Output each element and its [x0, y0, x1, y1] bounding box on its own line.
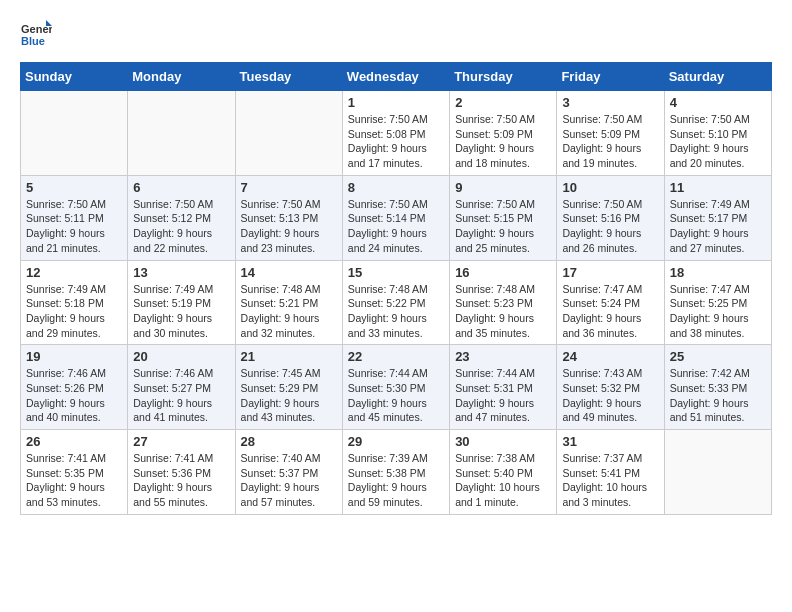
- calendar-cell: [235, 91, 342, 176]
- day-number: 19: [26, 349, 122, 364]
- calendar-cell: 18Sunrise: 7:47 AMSunset: 5:25 PMDayligh…: [664, 260, 771, 345]
- calendar-week-row: 1Sunrise: 7:50 AMSunset: 5:08 PMDaylight…: [21, 91, 772, 176]
- calendar-cell: 26Sunrise: 7:41 AMSunset: 5:35 PMDayligh…: [21, 430, 128, 515]
- weekday-header-thursday: Thursday: [450, 63, 557, 91]
- calendar-cell: 21Sunrise: 7:45 AMSunset: 5:29 PMDayligh…: [235, 345, 342, 430]
- day-info: Sunrise: 7:38 AMSunset: 5:40 PMDaylight:…: [455, 451, 551, 510]
- day-number: 2: [455, 95, 551, 110]
- day-info: Sunrise: 7:50 AMSunset: 5:13 PMDaylight:…: [241, 197, 337, 256]
- day-info: Sunrise: 7:50 AMSunset: 5:11 PMDaylight:…: [26, 197, 122, 256]
- svg-text:Blue: Blue: [21, 35, 45, 47]
- weekday-header-tuesday: Tuesday: [235, 63, 342, 91]
- day-number: 24: [562, 349, 658, 364]
- weekday-header-saturday: Saturday: [664, 63, 771, 91]
- day-info: Sunrise: 7:41 AMSunset: 5:36 PMDaylight:…: [133, 451, 229, 510]
- calendar-cell: 8Sunrise: 7:50 AMSunset: 5:14 PMDaylight…: [342, 175, 449, 260]
- day-info: Sunrise: 7:43 AMSunset: 5:32 PMDaylight:…: [562, 366, 658, 425]
- calendar-cell: 15Sunrise: 7:48 AMSunset: 5:22 PMDayligh…: [342, 260, 449, 345]
- day-number: 12: [26, 265, 122, 280]
- day-number: 16: [455, 265, 551, 280]
- calendar-cell: 7Sunrise: 7:50 AMSunset: 5:13 PMDaylight…: [235, 175, 342, 260]
- day-info: Sunrise: 7:48 AMSunset: 5:23 PMDaylight:…: [455, 282, 551, 341]
- calendar-week-row: 26Sunrise: 7:41 AMSunset: 5:35 PMDayligh…: [21, 430, 772, 515]
- calendar-cell: 17Sunrise: 7:47 AMSunset: 5:24 PMDayligh…: [557, 260, 664, 345]
- logo-icon: General Blue: [20, 20, 52, 52]
- day-number: 11: [670, 180, 766, 195]
- day-number: 15: [348, 265, 444, 280]
- day-number: 4: [670, 95, 766, 110]
- day-number: 26: [26, 434, 122, 449]
- calendar-cell: 3Sunrise: 7:50 AMSunset: 5:09 PMDaylight…: [557, 91, 664, 176]
- calendar-week-row: 12Sunrise: 7:49 AMSunset: 5:18 PMDayligh…: [21, 260, 772, 345]
- day-number: 18: [670, 265, 766, 280]
- calendar-week-row: 5Sunrise: 7:50 AMSunset: 5:11 PMDaylight…: [21, 175, 772, 260]
- calendar-cell: 23Sunrise: 7:44 AMSunset: 5:31 PMDayligh…: [450, 345, 557, 430]
- day-info: Sunrise: 7:50 AMSunset: 5:12 PMDaylight:…: [133, 197, 229, 256]
- day-number: 13: [133, 265, 229, 280]
- day-number: 17: [562, 265, 658, 280]
- calendar-cell: 12Sunrise: 7:49 AMSunset: 5:18 PMDayligh…: [21, 260, 128, 345]
- weekday-header-wednesday: Wednesday: [342, 63, 449, 91]
- day-number: 25: [670, 349, 766, 364]
- day-info: Sunrise: 7:46 AMSunset: 5:26 PMDaylight:…: [26, 366, 122, 425]
- calendar-cell: [664, 430, 771, 515]
- calendar-cell: 20Sunrise: 7:46 AMSunset: 5:27 PMDayligh…: [128, 345, 235, 430]
- calendar-cell: 30Sunrise: 7:38 AMSunset: 5:40 PMDayligh…: [450, 430, 557, 515]
- day-info: Sunrise: 7:45 AMSunset: 5:29 PMDaylight:…: [241, 366, 337, 425]
- day-number: 8: [348, 180, 444, 195]
- calendar-cell: 31Sunrise: 7:37 AMSunset: 5:41 PMDayligh…: [557, 430, 664, 515]
- day-info: Sunrise: 7:49 AMSunset: 5:19 PMDaylight:…: [133, 282, 229, 341]
- calendar-cell: 9Sunrise: 7:50 AMSunset: 5:15 PMDaylight…: [450, 175, 557, 260]
- day-number: 21: [241, 349, 337, 364]
- day-info: Sunrise: 7:46 AMSunset: 5:27 PMDaylight:…: [133, 366, 229, 425]
- day-info: Sunrise: 7:50 AMSunset: 5:16 PMDaylight:…: [562, 197, 658, 256]
- day-number: 14: [241, 265, 337, 280]
- weekday-header-monday: Monday: [128, 63, 235, 91]
- day-number: 29: [348, 434, 444, 449]
- calendar-cell: 6Sunrise: 7:50 AMSunset: 5:12 PMDaylight…: [128, 175, 235, 260]
- day-info: Sunrise: 7:47 AMSunset: 5:25 PMDaylight:…: [670, 282, 766, 341]
- day-number: 7: [241, 180, 337, 195]
- calendar-table: SundayMondayTuesdayWednesdayThursdayFrid…: [20, 62, 772, 515]
- day-info: Sunrise: 7:44 AMSunset: 5:31 PMDaylight:…: [455, 366, 551, 425]
- day-info: Sunrise: 7:44 AMSunset: 5:30 PMDaylight:…: [348, 366, 444, 425]
- calendar-week-row: 19Sunrise: 7:46 AMSunset: 5:26 PMDayligh…: [21, 345, 772, 430]
- day-info: Sunrise: 7:48 AMSunset: 5:21 PMDaylight:…: [241, 282, 337, 341]
- calendar-cell: 1Sunrise: 7:50 AMSunset: 5:08 PMDaylight…: [342, 91, 449, 176]
- logo: General Blue: [20, 20, 52, 52]
- day-number: 27: [133, 434, 229, 449]
- day-number: 31: [562, 434, 658, 449]
- day-info: Sunrise: 7:50 AMSunset: 5:09 PMDaylight:…: [455, 112, 551, 171]
- day-info: Sunrise: 7:42 AMSunset: 5:33 PMDaylight:…: [670, 366, 766, 425]
- day-number: 3: [562, 95, 658, 110]
- day-number: 28: [241, 434, 337, 449]
- day-info: Sunrise: 7:40 AMSunset: 5:37 PMDaylight:…: [241, 451, 337, 510]
- calendar-cell: 2Sunrise: 7:50 AMSunset: 5:09 PMDaylight…: [450, 91, 557, 176]
- calendar-cell: 19Sunrise: 7:46 AMSunset: 5:26 PMDayligh…: [21, 345, 128, 430]
- calendar-cell: 4Sunrise: 7:50 AMSunset: 5:10 PMDaylight…: [664, 91, 771, 176]
- day-number: 22: [348, 349, 444, 364]
- calendar-cell: 24Sunrise: 7:43 AMSunset: 5:32 PMDayligh…: [557, 345, 664, 430]
- day-info: Sunrise: 7:49 AMSunset: 5:18 PMDaylight:…: [26, 282, 122, 341]
- day-number: 9: [455, 180, 551, 195]
- calendar-cell: [21, 91, 128, 176]
- day-info: Sunrise: 7:50 AMSunset: 5:08 PMDaylight:…: [348, 112, 444, 171]
- calendar-cell: 22Sunrise: 7:44 AMSunset: 5:30 PMDayligh…: [342, 345, 449, 430]
- page-header: General Blue: [20, 20, 772, 52]
- weekday-header-sunday: Sunday: [21, 63, 128, 91]
- calendar-cell: 25Sunrise: 7:42 AMSunset: 5:33 PMDayligh…: [664, 345, 771, 430]
- day-info: Sunrise: 7:48 AMSunset: 5:22 PMDaylight:…: [348, 282, 444, 341]
- day-number: 20: [133, 349, 229, 364]
- calendar-cell: 10Sunrise: 7:50 AMSunset: 5:16 PMDayligh…: [557, 175, 664, 260]
- calendar-cell: [128, 91, 235, 176]
- calendar-cell: 29Sunrise: 7:39 AMSunset: 5:38 PMDayligh…: [342, 430, 449, 515]
- day-number: 5: [26, 180, 122, 195]
- day-info: Sunrise: 7:47 AMSunset: 5:24 PMDaylight:…: [562, 282, 658, 341]
- day-info: Sunrise: 7:41 AMSunset: 5:35 PMDaylight:…: [26, 451, 122, 510]
- day-number: 23: [455, 349, 551, 364]
- day-number: 30: [455, 434, 551, 449]
- day-info: Sunrise: 7:37 AMSunset: 5:41 PMDaylight:…: [562, 451, 658, 510]
- calendar-cell: 27Sunrise: 7:41 AMSunset: 5:36 PMDayligh…: [128, 430, 235, 515]
- day-info: Sunrise: 7:50 AMSunset: 5:14 PMDaylight:…: [348, 197, 444, 256]
- day-info: Sunrise: 7:50 AMSunset: 5:09 PMDaylight:…: [562, 112, 658, 171]
